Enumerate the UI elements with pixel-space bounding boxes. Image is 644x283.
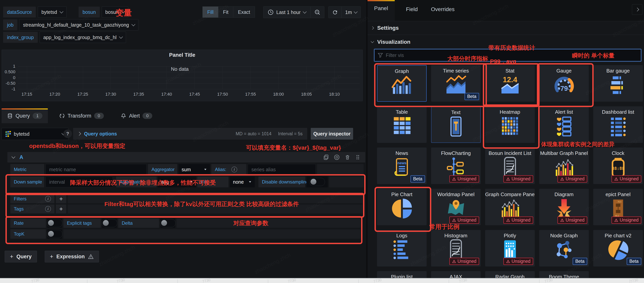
viz-card-histogram[interactable]: HistogramUnsigned bbox=[431, 230, 481, 266]
chevron-right-icon bbox=[635, 8, 639, 12]
tab-panel[interactable]: Panel bbox=[368, 0, 395, 21]
drag-handle-icon[interactable] bbox=[355, 154, 360, 160]
svg-text:70.5: 70.5 bbox=[617, 201, 622, 203]
viz-card-boom-theme[interactable]: Boom Theme bbox=[539, 271, 589, 278]
tab-overrides-label: Overrides bbox=[431, 6, 454, 12]
metric-row: Metric Aggregator sum Alias:i bbox=[10, 164, 364, 175]
viz-card-flowcharting[interactable]: FlowChartingUnsigned bbox=[431, 148, 481, 184]
add-filter-button[interactable]: + bbox=[56, 194, 66, 203]
preview-panel: Panel Title 10.5000-0.50-117:1517:2017:2… bbox=[2, 50, 363, 101]
viz-card-node-graph[interactable]: Node GraphBeta bbox=[539, 230, 589, 266]
viz-card-alert-list[interactable]: Alert list bbox=[539, 106, 589, 143]
tab-overrides[interactable]: Overrides bbox=[424, 1, 461, 20]
viz-card-title: Histogram bbox=[431, 230, 481, 239]
collapse-pane-button[interactable] bbox=[632, 4, 642, 15]
viz-card-bar-gauge[interactable]: Bar gauge bbox=[593, 65, 643, 102]
viz-card-gauge[interactable]: Gauge79 bbox=[539, 65, 589, 102]
fill-select[interactable]: none bbox=[230, 176, 255, 187]
aggregator-select[interactable]: sum bbox=[178, 164, 210, 175]
view-mode-fit[interactable]: Fit bbox=[218, 6, 233, 18]
viz-card-title: Gauge bbox=[539, 65, 589, 74]
disable-downsampling-toggle[interactable] bbox=[309, 178, 325, 186]
bell-icon bbox=[120, 113, 126, 119]
rate-toggle[interactable] bbox=[47, 219, 62, 227]
viz-card-epict-panel[interactable]: epict Panel70.549.2Unsigned bbox=[593, 189, 643, 225]
viz-card-dashboard-list[interactable]: Dashboard list bbox=[593, 106, 643, 143]
tab-query[interactable]: Query 1 bbox=[2, 108, 48, 123]
series-alias-input[interactable] bbox=[248, 164, 316, 175]
gridline-v bbox=[278, 66, 279, 89]
beta-badge: Beta bbox=[464, 93, 479, 100]
var-select-job[interactable]: streamlog_hl_default_large_10_task_gaozh… bbox=[19, 19, 138, 30]
view-mode-fill[interactable]: Fill bbox=[202, 6, 218, 18]
var-value-job: streamlog_hl_default_large_10_task_gaozh… bbox=[23, 22, 129, 28]
viz-card-worldmap-panel[interactable]: Worldmap PanelUnsigned bbox=[431, 189, 481, 225]
viz-card-plotly[interactable]: PlotlyUnsigned bbox=[485, 230, 535, 266]
viz-card-graph-compare-panel[interactable]: Graph Compare PanelUnsigned bbox=[485, 189, 535, 225]
var-select-bosun[interactable]: bosun bbox=[102, 6, 128, 18]
datasource-picker[interactable]: bytetsd bbox=[2, 128, 68, 140]
gridline-v bbox=[250, 66, 251, 89]
viz-card-pie-chart[interactable]: Pie Chart bbox=[377, 189, 426, 225]
add-query-button[interactable]: +Query bbox=[5, 251, 37, 262]
downsample-aggregator-select[interactable]: avg bbox=[158, 176, 196, 187]
explicit-tags-toggle[interactable] bbox=[102, 219, 117, 227]
var-select-datasource[interactable]: bytetsd bbox=[38, 6, 67, 18]
viz-card-radar-graph[interactable]: Radar Graph bbox=[485, 271, 535, 278]
viz-card-ajax[interactable]: AJAX bbox=[431, 271, 481, 278]
trash-icon[interactable] bbox=[344, 154, 350, 160]
refresh-button[interactable] bbox=[328, 6, 342, 18]
tab-transform[interactable]: Transform 0 bbox=[54, 108, 109, 123]
copy-icon[interactable] bbox=[323, 154, 329, 160]
viz-card-table[interactable]: Table bbox=[377, 106, 426, 143]
refresh-interval-label: 1m bbox=[345, 10, 352, 15]
visualization-section-header[interactable]: Visualization bbox=[371, 39, 410, 45]
viz-card-plugin-list[interactable]: Plugin list bbox=[377, 271, 426, 278]
viz-grid: GraphTime seriesBetaStat12.4Gauge79Bar g… bbox=[377, 65, 643, 278]
graph-icon bbox=[378, 74, 426, 96]
tab-field[interactable]: Field bbox=[400, 1, 424, 20]
topk-toggle[interactable] bbox=[47, 230, 62, 238]
viz-card-text[interactable]: Text bbox=[431, 106, 481, 143]
time-range-button[interactable]: Last 1 hour bbox=[264, 6, 310, 18]
row-filler bbox=[176, 218, 360, 228]
delta-toggle[interactable] bbox=[160, 219, 176, 227]
downsample-interval-input[interactable] bbox=[46, 176, 113, 187]
viz-card-stat[interactable]: Stat12.4 bbox=[485, 65, 535, 102]
var-select-index-group[interactable]: app_log_index_group_bmq_dc_hl bbox=[40, 32, 126, 43]
refresh-interval-select[interactable]: 1m bbox=[342, 6, 360, 18]
datasource-help-button[interactable]: ? bbox=[64, 130, 72, 138]
viz-card-multibar-graph-panel[interactable]: Multibar Graph PanelUnsigned bbox=[539, 148, 589, 184]
query-inspector-button[interactable]: Query inspector bbox=[311, 128, 353, 140]
time-range-label: Last 1 hour bbox=[276, 10, 300, 15]
viz-card-news[interactable]: NewsnewsBeta bbox=[377, 148, 426, 184]
viz-card-bosun-incident-list[interactable]: Bosun Incident ListUnsigned bbox=[485, 148, 535, 184]
gridline-v bbox=[55, 66, 55, 89]
viz-card-time-series[interactable]: Time seriesBeta bbox=[431, 65, 481, 102]
zoom-out-button[interactable] bbox=[310, 6, 324, 18]
metric-name-input[interactable] bbox=[46, 164, 146, 175]
viz-card-logs[interactable]: Logs bbox=[377, 230, 426, 266]
viz-card-pie-chart-v2[interactable]: Pie chart v2Beta bbox=[593, 230, 643, 266]
settings-section-header[interactable]: Settings bbox=[371, 25, 398, 31]
var-label-datasource: dataSource bbox=[3, 6, 36, 18]
logs-icon bbox=[377, 238, 426, 261]
query-options-header[interactable]: Query options MD = auto = 1014 Interval … bbox=[73, 128, 307, 140]
annotation-datasource: opentsdb和buson，可以用变量指定 bbox=[29, 142, 126, 150]
eye-icon[interactable] bbox=[334, 154, 340, 160]
view-mode-exact[interactable]: Exact bbox=[233, 6, 255, 18]
viz-card-graph[interactable]: Graph bbox=[377, 65, 426, 102]
warning-icon bbox=[506, 218, 510, 222]
viz-card-diagram[interactable]: DiagramUnsigned bbox=[539, 189, 589, 225]
viz-card-clock[interactable]: Clock88:88Unsigned bbox=[593, 148, 643, 184]
add-tag-button[interactable]: + bbox=[56, 204, 66, 214]
unsigned-badge: Unsigned bbox=[558, 175, 587, 182]
viz-card-title: AJAX bbox=[431, 271, 481, 278]
viz-card-heatmap[interactable]: Heatmap bbox=[485, 106, 535, 143]
row-filler bbox=[68, 194, 362, 203]
info-icon: i bbox=[45, 206, 51, 212]
add-expression-button[interactable]: +Expression bbox=[45, 251, 99, 262]
viz-filter-input[interactable] bbox=[386, 50, 638, 61]
tab-alert[interactable]: Alert 0 bbox=[115, 108, 158, 123]
query-ref-header[interactable]: A bbox=[8, 152, 365, 162]
